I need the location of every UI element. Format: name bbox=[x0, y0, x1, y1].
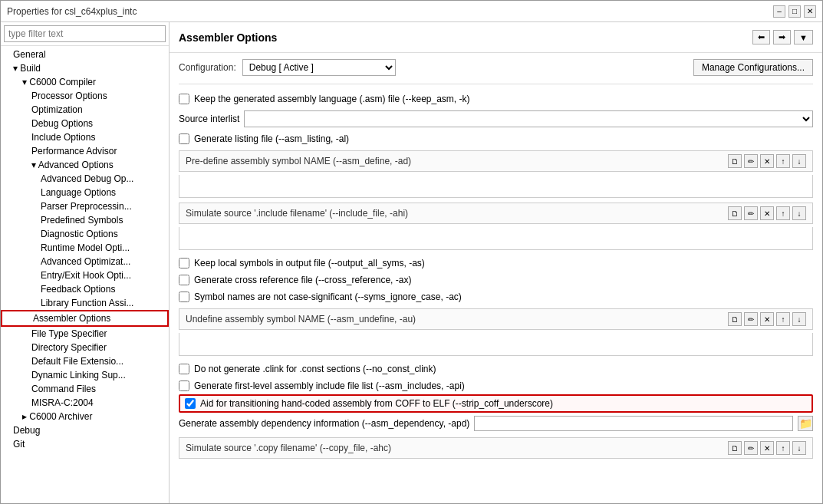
symbol-names-case-checkbox[interactable] bbox=[179, 292, 189, 302]
undefine-down-btn[interactable]: ↓ bbox=[792, 312, 806, 326]
source-interlist-label: Source interlist bbox=[179, 114, 239, 124]
back-button[interactable]: ⬅ bbox=[752, 30, 770, 44]
sidebar-item-general[interactable]: General bbox=[1, 48, 169, 61]
generate-listing-label: Generate listing file (--asm_listing, -a… bbox=[194, 133, 349, 144]
right-panel: Assembler Options ⬅ ➡ ▼ Configuration: D… bbox=[170, 22, 822, 503]
simulate-copy-add-btn[interactable]: 🗋 bbox=[728, 441, 742, 455]
sidebar-item-performance-advisor[interactable]: Performance Advisor bbox=[1, 144, 169, 158]
no-const-clink-label: Do not generate .clink for .const sectio… bbox=[194, 364, 436, 374]
simulate-copy-down-btn[interactable]: ↓ bbox=[792, 441, 806, 455]
generate-cross-ref-row: Generate cross reference file (--cross_r… bbox=[179, 272, 813, 288]
generate-cross-ref-checkbox[interactable] bbox=[179, 275, 189, 285]
sidebar-item-language-options[interactable]: Language Options bbox=[1, 186, 169, 199]
generate-dependency-input[interactable] bbox=[474, 416, 793, 431]
search-box bbox=[1, 22, 169, 46]
sidebar-item-advanced-debug[interactable]: Advanced Debug Op... bbox=[1, 172, 169, 186]
simulate-add-btn[interactable]: 🗋 bbox=[728, 206, 742, 220]
panel-header: Assembler Options ⬅ ➡ ▼ bbox=[170, 22, 822, 53]
manage-configurations-button[interactable]: Manage Configurations... bbox=[693, 59, 813, 76]
predefine-add-btn[interactable]: 🗋 bbox=[728, 154, 742, 168]
undefine-add-btn[interactable]: 🗋 bbox=[728, 312, 742, 326]
keep-asm-checkbox[interactable] bbox=[179, 94, 189, 104]
config-select[interactable]: Debug [ Active ] bbox=[242, 59, 396, 76]
main-window: Properties for csl_c64xplus_intc – □ ✕ G… bbox=[0, 0, 823, 504]
predefine-delete-btn[interactable]: ✕ bbox=[760, 154, 774, 168]
forward-button[interactable]: ➡ bbox=[773, 30, 791, 44]
predefine-symbol-row: Pre-define assembly symbol NAME (--asm_d… bbox=[179, 150, 813, 172]
generate-listing-row: Generate listing file (--asm_listing, -a… bbox=[179, 130, 813, 147]
maximize-button[interactable]: □ bbox=[788, 5, 801, 18]
sidebar: General ▾ Build ▾ C6000 Compiler Process… bbox=[1, 22, 170, 503]
simulate-edit-btn[interactable]: ✏ bbox=[744, 206, 758, 220]
dropdown-button[interactable]: ▼ bbox=[794, 30, 813, 44]
predefine-down-btn[interactable]: ↓ bbox=[792, 154, 806, 168]
sidebar-item-include-options[interactable]: Include Options bbox=[1, 130, 169, 144]
sidebar-item-predefined-symbols[interactable]: Predefined Symbols bbox=[1, 213, 169, 227]
sidebar-item-parser-preprocessing[interactable]: Parser Preprocessin... bbox=[1, 199, 169, 213]
tree: General ▾ Build ▾ C6000 Compiler Process… bbox=[1, 46, 169, 503]
undefine-symbol-content bbox=[179, 333, 813, 356]
predefine-up-btn[interactable]: ↑ bbox=[776, 154, 790, 168]
undefine-delete-btn[interactable]: ✕ bbox=[760, 312, 774, 326]
close-button[interactable]: ✕ bbox=[804, 5, 816, 18]
simulate-copy-edit-btn[interactable]: ✏ bbox=[744, 441, 758, 455]
predefine-edit-btn[interactable]: ✏ bbox=[744, 154, 758, 168]
search-input[interactable] bbox=[4, 25, 166, 42]
config-label: Configuration: bbox=[179, 62, 236, 73]
predefine-symbol-label: Pre-define assembly symbol NAME (--asm_d… bbox=[186, 156, 411, 166]
sidebar-item-dynamic-linking[interactable]: Dynamic Linking Sup... bbox=[1, 368, 169, 382]
simulate-copy-delete-btn[interactable]: ✕ bbox=[760, 441, 774, 455]
aid-transitioning-checkbox[interactable] bbox=[185, 398, 196, 409]
sidebar-item-diagnostic-options[interactable]: Diagnostic Options bbox=[1, 227, 169, 241]
sidebar-item-misra-c[interactable]: MISRA-C:2004 bbox=[1, 396, 169, 410]
simulate-copy-row: Simulate source '.copy filename' (--copy… bbox=[179, 437, 813, 459]
sidebar-item-entry-exit-hook[interactable]: Entry/Exit Hook Opti... bbox=[1, 268, 169, 282]
no-const-clink-checkbox[interactable] bbox=[179, 364, 189, 374]
keep-local-symbols-row: Keep local symbols in output file (--out… bbox=[179, 255, 813, 272]
sidebar-item-debug-options[interactable]: Debug Options bbox=[1, 117, 169, 130]
generate-listing-checkbox[interactable] bbox=[179, 133, 189, 144]
sidebar-item-library-function[interactable]: Library Function Assi... bbox=[1, 296, 169, 310]
keep-asm-row: Keep the generated assembly language (.a… bbox=[179, 91, 813, 107]
symbol-names-case-label: Symbol names are not case-significant (-… bbox=[194, 292, 462, 302]
generate-dependency-row: Generate assembly dependency information… bbox=[179, 413, 813, 434]
sidebar-item-feedback-options[interactable]: Feedback Options bbox=[1, 282, 169, 296]
source-interlist-select[interactable] bbox=[244, 110, 813, 127]
main-content: General ▾ Build ▾ C6000 Compiler Process… bbox=[1, 22, 822, 503]
simulate-copy-up-btn[interactable]: ↑ bbox=[776, 441, 790, 455]
title-bar: Properties for csl_c64xplus_intc – □ ✕ bbox=[1, 1, 822, 22]
predefine-symbol-content bbox=[179, 175, 813, 198]
undefine-up-btn[interactable]: ↑ bbox=[776, 312, 790, 326]
sidebar-item-processor-options[interactable]: Processor Options bbox=[1, 89, 169, 103]
generate-first-level-label: Generate first-level assembly include fi… bbox=[194, 380, 465, 391]
undefine-symbol-row: Undefine assembly symbol NAME (--asm_und… bbox=[179, 308, 813, 330]
sidebar-item-optimization[interactable]: Optimization bbox=[1, 103, 169, 117]
simulate-down-btn[interactable]: ↓ bbox=[792, 206, 806, 220]
sidebar-item-c6000-archiver[interactable]: ▸ C6000 Archiver bbox=[1, 410, 169, 423]
undefine-edit-btn[interactable]: ✏ bbox=[744, 312, 758, 326]
sidebar-item-advanced-optimizat[interactable]: Advanced Optimizat... bbox=[1, 255, 169, 268]
keep-local-symbols-checkbox[interactable] bbox=[179, 258, 189, 268]
aid-transitioning-row: Aid for transitioning hand-coded assembl… bbox=[179, 394, 813, 413]
sidebar-item-build[interactable]: ▾ Build bbox=[1, 61, 169, 75]
sidebar-item-file-type-specifier[interactable]: File Type Specifier bbox=[1, 327, 169, 341]
sidebar-item-c6000-compiler[interactable]: ▾ C6000 Compiler bbox=[1, 75, 169, 89]
sidebar-item-assembler-options[interactable]: Assembler Options bbox=[1, 310, 169, 327]
no-const-clink-row: Do not generate .clink for .const sectio… bbox=[179, 361, 813, 377]
sidebar-item-git[interactable]: Git bbox=[1, 437, 169, 451]
sidebar-item-command-files[interactable]: Command Files bbox=[1, 382, 169, 396]
generate-cross-ref-label: Generate cross reference file (--cross_r… bbox=[194, 275, 411, 285]
sidebar-item-runtime-model[interactable]: Runtime Model Opti... bbox=[1, 241, 169, 255]
simulate-include-content bbox=[179, 227, 813, 250]
sidebar-item-debug[interactable]: Debug bbox=[1, 423, 169, 437]
sidebar-item-advanced-options[interactable]: ▾ Advanced Options bbox=[1, 158, 169, 172]
undefine-symbol-actions: 🗋 ✏ ✕ ↑ ↓ bbox=[728, 312, 806, 326]
symbol-names-case-row: Symbol names are not case-significant (-… bbox=[179, 288, 813, 305]
generate-dependency-browse-btn[interactable]: 📁 bbox=[798, 416, 813, 431]
generate-first-level-checkbox[interactable] bbox=[179, 380, 189, 391]
sidebar-item-default-file-ext[interactable]: Default File Extensio... bbox=[1, 354, 169, 368]
minimize-button[interactable]: – bbox=[773, 5, 785, 18]
sidebar-item-directory-specifier[interactable]: Directory Specifier bbox=[1, 341, 169, 354]
simulate-up-btn[interactable]: ↑ bbox=[776, 206, 790, 220]
simulate-delete-btn[interactable]: ✕ bbox=[760, 206, 774, 220]
